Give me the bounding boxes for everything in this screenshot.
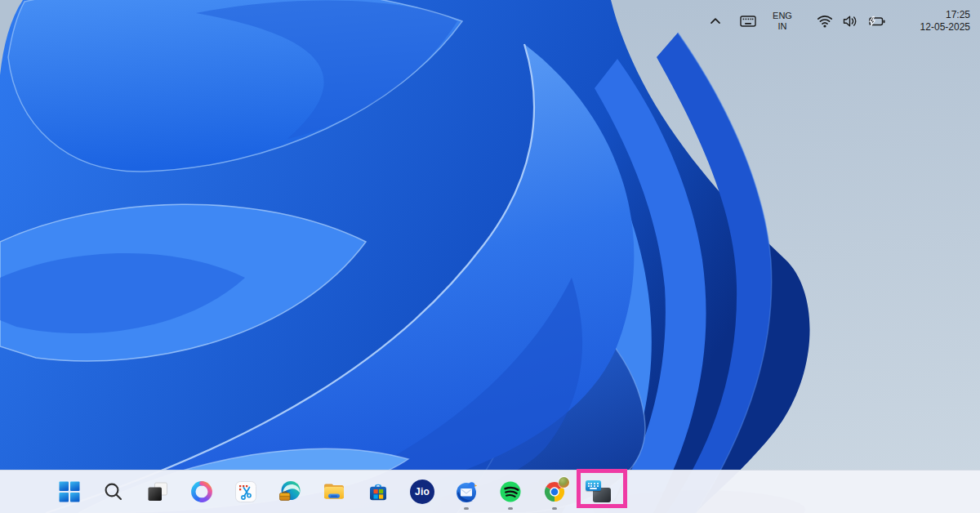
taskbar-app-row: Jio <box>47 471 621 513</box>
spotify-running-indicator <box>508 507 513 510</box>
thunderbird-running-indicator <box>464 507 469 510</box>
language-line1: ENG <box>773 11 792 21</box>
file-explorer-icon <box>322 480 346 504</box>
spotify-icon <box>498 480 523 504</box>
clock-date: 12-05-2025 <box>920 21 970 33</box>
chrome-profile-avatar <box>559 477 569 488</box>
copilot-icon <box>189 480 214 504</box>
bloom-wallpaper-image <box>0 0 980 513</box>
battery-charging-icon <box>866 12 886 30</box>
task-view-button[interactable] <box>141 475 174 508</box>
task-view-icon <box>145 480 170 504</box>
snipping-tool-icon <box>234 480 258 504</box>
language-line2: IN <box>778 21 787 32</box>
microsoft-store-icon <box>366 480 390 504</box>
keyboard-shape <box>586 480 601 491</box>
file-explorer-button[interactable] <box>318 475 350 508</box>
copilot-button[interactable] <box>185 475 218 508</box>
clock-time: 17:25 <box>946 9 970 21</box>
spotify-button[interactable] <box>494 475 527 508</box>
chevron-up-icon <box>707 13 724 29</box>
thunderbird-icon <box>454 480 479 504</box>
touch-keyboard-icon <box>739 12 757 30</box>
desktop-wallpaper <box>0 0 980 513</box>
wifi-icon <box>816 12 834 30</box>
quick-settings-button[interactable] <box>810 0 892 42</box>
clock[interactable]: 17:25 12-05-2025 <box>897 0 970 42</box>
chrome-icon <box>542 480 567 504</box>
jio-icon: Jio <box>410 480 434 504</box>
touch-keyboard-button[interactable] <box>736 0 760 42</box>
jio-label: Jio <box>415 486 430 497</box>
on-screen-keyboard-icon <box>586 480 612 503</box>
show-hidden-icons-button[interactable] <box>703 0 728 42</box>
search-button[interactable] <box>97 475 130 508</box>
chrome-button[interactable] <box>538 475 571 508</box>
taskbar: Jio <box>0 470 980 513</box>
on-screen-keyboard-button[interactable] <box>582 475 615 508</box>
edge-icon <box>278 480 302 504</box>
chrome-running-indicator <box>552 507 557 510</box>
start-button[interactable] <box>53 475 86 508</box>
snipping-tool-button[interactable] <box>229 475 262 508</box>
search-icon <box>103 481 124 502</box>
windows-logo-icon <box>59 481 80 502</box>
microsoft-store-button[interactable] <box>362 475 394 508</box>
thunderbird-button[interactable] <box>450 475 483 508</box>
edge-button[interactable] <box>274 475 306 508</box>
volume-icon <box>841 12 859 30</box>
language-indicator[interactable]: ENG IN <box>764 0 800 42</box>
jio-button[interactable]: Jio <box>406 475 439 508</box>
